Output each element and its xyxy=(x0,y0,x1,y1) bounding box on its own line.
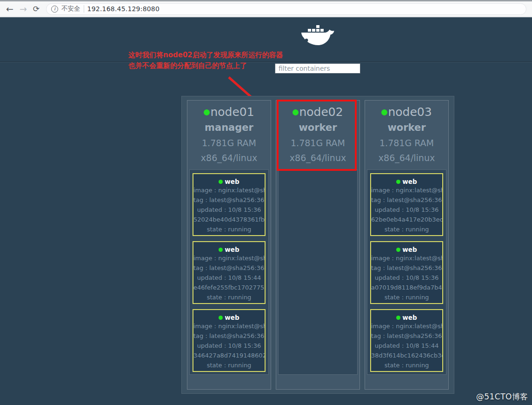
node-name: node01 xyxy=(187,105,271,119)
container-status-icon xyxy=(219,316,223,320)
site-info-icon[interactable]: i xyxy=(51,6,58,13)
container-card: web image : nginx:latest@sha25 tag : lat… xyxy=(193,241,266,304)
container-hash: 62be0eb4a417e20b3ed397 xyxy=(371,215,442,224)
node-status-icon xyxy=(381,109,387,115)
container-name: web xyxy=(402,246,417,253)
watermark: @51CTO博客 xyxy=(476,392,528,402)
container-tag: tag : latest@sha256:36b744 xyxy=(371,331,442,341)
container-tag: tag : latest@sha256:36b744 xyxy=(193,263,265,273)
container-tag: tag : latest@sha256:36b744 xyxy=(193,195,265,205)
container-status-icon xyxy=(396,180,400,184)
container-name: web xyxy=(225,314,239,321)
address-bar[interactable]: i 不安全 192.168.45.129:8080 xyxy=(46,3,526,15)
container-name: web xyxy=(225,246,239,253)
container-state: state : running xyxy=(371,360,442,370)
container-updated: updated : 10/8 15:44 xyxy=(371,341,442,351)
url-divider xyxy=(84,5,84,13)
node-ram: 1.781G RAM xyxy=(187,138,271,148)
node-role: manager xyxy=(187,122,271,133)
annotation-text: 这时我们将node02启动了发现原来所运行的容器 也并不会重新的分配到自己的节点… xyxy=(128,50,283,71)
container-state: state : running xyxy=(371,292,442,302)
container-status-icon xyxy=(396,316,400,320)
container-name: web xyxy=(402,178,417,185)
node-name: node03 xyxy=(365,105,448,119)
container-hash: a07019d8118ef9da7b4bbb xyxy=(371,283,442,292)
node03-header: node03 worker 1.781G RAM x86_64/linux xyxy=(365,101,448,169)
container-image: image : nginx:latest@sha25 xyxy=(371,185,442,195)
annotation-line-2: 也并不会重新的分配到自己的节点上了 xyxy=(128,61,283,71)
container-status-icon xyxy=(396,248,400,252)
container-card: web image : nginx:latest@sha25 tag : lat… xyxy=(370,309,443,372)
reload-button[interactable]: ⟳ xyxy=(33,5,40,13)
node-platform: x86_64/linux xyxy=(365,153,448,163)
container-image: image : nginx:latest@sha25 xyxy=(193,253,265,263)
node02-container-list xyxy=(278,169,358,375)
filter-containers-input[interactable] xyxy=(275,63,360,74)
node-platform: x86_64/linux xyxy=(187,153,271,163)
container-card: web image : nginx:latest@sha25 tag : lat… xyxy=(193,173,266,236)
container-state: state : running xyxy=(193,292,265,302)
container-hash: e46fefe255fbc170277578f8 xyxy=(193,283,265,292)
container-image: image : nginx:latest@sha25 xyxy=(371,253,442,263)
container-hash: 346427a8d74191486024bc xyxy=(193,351,265,360)
container-card: web image : nginx:latest@sha25 tag : lat… xyxy=(370,173,443,236)
container-image: image : nginx:latest@sha25 xyxy=(193,185,265,195)
url-text: 192.168.45.129:8080 xyxy=(87,5,160,13)
container-image: image : nginx:latest@sha25 xyxy=(193,321,265,331)
container-image: image : nginx:latest@sha25 xyxy=(371,321,442,331)
container-hash: 38d3f614bc162436cb3c214 xyxy=(371,351,442,360)
node-role: worker xyxy=(365,122,448,133)
container-tag: tag : latest@sha256:36b744 xyxy=(371,195,442,205)
node-status-icon xyxy=(204,109,210,115)
security-label: 不安全 xyxy=(61,5,80,13)
container-card: web image : nginx:latest@sha25 tag : lat… xyxy=(370,241,443,304)
node-ram: 1.781G RAM xyxy=(365,138,448,148)
forward-button[interactable]: → xyxy=(20,5,27,14)
annotation-highlight-box xyxy=(277,100,357,171)
annotation-line-1: 这时我们将node02启动了发现原来所运行的容器 xyxy=(128,50,283,61)
container-card: web image : nginx:latest@sha25 tag : lat… xyxy=(193,309,266,372)
container-state: state : running xyxy=(193,360,265,370)
back-button[interactable]: ← xyxy=(6,5,13,14)
visualizer-page: 这时我们将node02启动了发现原来所运行的容器 也并不会重新的分配到自己的节点… xyxy=(0,17,532,405)
container-tag: tag : latest@sha256:36b744 xyxy=(371,263,442,273)
node03-container-list: web image : nginx:latest@sha25 tag : lat… xyxy=(367,169,446,375)
node01-container-list: web image : nginx:latest@sha25 tag : lat… xyxy=(189,169,269,375)
browser-toolbar: ← → ⟳ i 不安全 192.168.45.129:8080 xyxy=(0,1,532,17)
container-updated: updated : 10/8 15:36 xyxy=(371,273,442,283)
docker-whale-icon xyxy=(300,24,335,51)
container-state: state : running xyxy=(371,224,442,234)
container-name: web xyxy=(225,178,239,185)
container-updated: updated : 10/8 15:44 xyxy=(193,273,265,283)
container-status-icon xyxy=(219,248,223,252)
container-updated: updated : 10/8 15:36 xyxy=(193,341,265,351)
container-name: web xyxy=(402,314,417,321)
node-column-node01: node01 manager 1.781G RAM x86_64/linux w… xyxy=(187,100,271,390)
node-column-node03: node03 worker 1.781G RAM x86_64/linux we… xyxy=(365,100,449,390)
node01-header: node01 manager 1.781G RAM x86_64/linux xyxy=(187,101,271,169)
container-hash: 52024be40d4378361fbc66 xyxy=(193,215,265,224)
container-state: state : running xyxy=(193,224,265,234)
container-updated: updated : 10/8 15:36 xyxy=(193,205,265,215)
container-tag: tag : latest@sha256:36b744 xyxy=(193,331,265,341)
container-updated: updated : 10/8 15:36 xyxy=(371,205,442,215)
container-status-icon xyxy=(219,180,223,184)
